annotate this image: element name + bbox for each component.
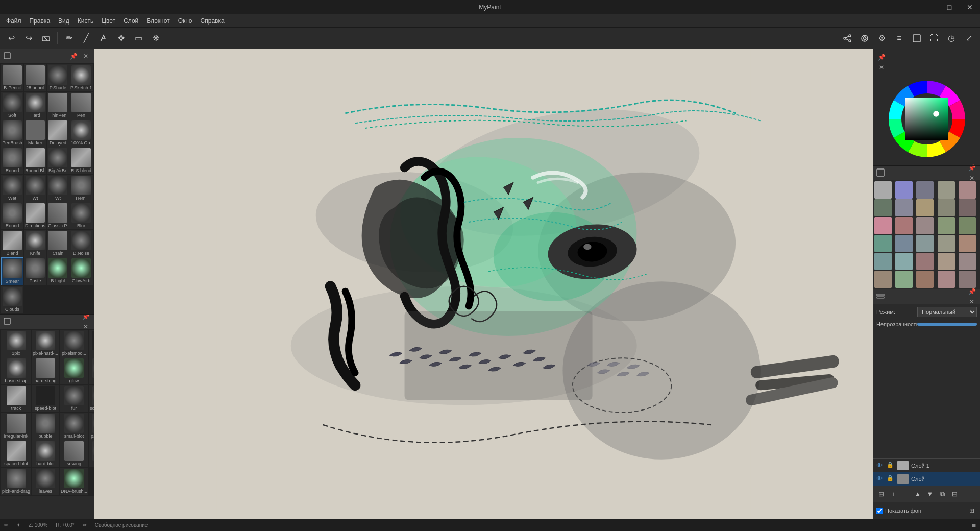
color-panel-pin[interactable]: 📌 [876,52,887,62]
brush-item-hemi[interactable]: Hemi [69,175,93,202]
brush2-item-speedblot[interactable]: speed-blot [32,385,59,412]
brush-item-delayed[interactable]: Delayed [47,119,69,147]
brush2-item-basic[interactable]: basic [89,330,94,357]
brush-item-blur[interactable]: Blur [69,202,93,229]
brush2-item-sewing[interactable]: sewing [60,440,88,467]
brush-item-wet3[interactable]: Wt [47,175,69,202]
brush2-item-pixelhard[interactable]: pixel-hard-... [32,330,59,357]
preset-thumb-1[interactable] [895,181,913,199]
eraser-button[interactable] [38,30,54,46]
preset-thumb-21[interactable] [895,253,913,270]
brush2-item-1pix[interactable]: 1pix [1,330,31,357]
brush-item-round2[interactable]: Round [1,202,23,229]
devices-icon[interactable] [856,30,873,46]
brush-item-penbrush[interactable]: PenBrush [1,119,23,147]
brush2-item-pixelsmoo[interactable]: pixelsmoo... [60,330,88,357]
brush-item-soft[interactable]: Soft [1,92,23,119]
brush-item-classicp[interactable]: Classic P. [47,202,69,229]
preset-thumb-22[interactable] [916,253,934,270]
menu-item-окно[interactable]: Окно [174,16,197,26]
layer-merge-button[interactable]: ⊞ [875,489,887,500]
preset-thumb-11[interactable] [895,217,913,234]
brush-item-pen[interactable]: Pen [69,92,93,119]
menu-item-блокнот[interactable]: Блокнот [142,16,174,26]
panel-pin-button[interactable]: 📌 [68,51,79,61]
menu-item-файл[interactable]: Файл [2,16,26,26]
preset-thumb-3[interactable] [938,181,955,199]
canvas-area[interactable] [94,49,873,519]
color-wheel-wrapper[interactable] [884,76,970,162]
transform-button[interactable]: ❋ [148,30,164,46]
menu-item-справка[interactable]: Справка [197,16,229,26]
line-tool-button[interactable]: ╱ [78,30,94,46]
preset-thumb-6[interactable] [895,199,913,216]
layer-lock-0[interactable]: 🔒 [887,475,895,483]
brush2-item-basicstrap[interactable]: basic-strap [1,357,31,384]
menu-item-цвет[interactable]: Цвет [97,16,119,26]
preset-thumb-18[interactable] [938,235,955,252]
brush2-item-softirregular[interactable]: soft-irregu... [89,385,94,412]
layer-item-1[interactable]: 👁 🔒 Слой 1 [873,459,980,472]
panel2-pin-button[interactable]: 📌 [81,315,91,322]
clock-icon[interactable]: ◷ [943,30,960,46]
preset-thumb-25[interactable] [874,271,892,288]
layers-toggle-icon[interactable]: ≡ [891,30,908,46]
color-wheel-svg[interactable] [884,76,970,162]
preset-thumb-26[interactable] [895,271,913,288]
preset-thumb-13[interactable] [938,217,955,234]
brush2-item-fur[interactable]: fur [60,385,88,412]
preset-thumb-9[interactable] [959,199,976,216]
brush-item-rsblend[interactable]: R-S blend [69,147,93,174]
menu-item-кисть[interactable]: Кисть [74,16,97,26]
show-background-checkbox[interactable] [876,508,883,514]
brush-item-28pencil[interactable]: 28 pencil [24,64,46,91]
menu-item-слой[interactable]: Слой [119,16,142,26]
layer-mode-select[interactable]: Нормальный [917,307,977,317]
preset-thumb-15[interactable] [874,235,892,252]
brush2-item-particles[interactable]: particles-... [89,413,94,440]
preset-thumb-20[interactable] [874,253,892,270]
brush2-item-pickdrag[interactable]: pick-and-drag [1,468,31,495]
brush-item-bigairb[interactable]: Big AirBr. [47,147,69,174]
color-panel-close[interactable]: ✕ [876,62,887,73]
brush-item-glowairb[interactable]: GlowAirb [69,257,93,285]
preset-thumb-4[interactable] [959,181,976,199]
brush-item-p-sketch[interactable]: P.Sketch 1 [69,64,93,91]
brush-item-paste[interactable]: Paste [24,257,46,285]
bg-options-button[interactable]: ⊞ [967,505,977,516]
color-wheel-container[interactable] [876,76,977,162]
brush-item-round[interactable]: Round [1,147,23,174]
fullscreen-icon[interactable]: ⛶ [926,30,942,46]
brush2-item-spacedblot[interactable]: spaced-blot [1,440,31,467]
brush-item-dnoise[interactable]: D.Noise [69,230,93,257]
layer-merge-down-button[interactable]: ⊟ [949,489,960,500]
redo-button[interactable]: ↪ [20,30,37,46]
menu-item-правка[interactable]: Правка [26,16,55,26]
brush2-item-hardblot[interactable]: hard-blot [32,440,59,467]
brush-item-clouds[interactable]: Clouds [1,286,23,313]
brush2-item-glow[interactable]: glow [60,357,88,384]
floodfill-button[interactable] [95,30,112,46]
layer-copy-button[interactable]: ⧉ [937,489,948,500]
brush-item-hard[interactable]: Hard [24,92,46,119]
brush2-item-bubble[interactable]: bubble [32,413,59,440]
bg-toggle-icon[interactable] [909,30,925,46]
brush-item-thinpen[interactable]: ThinPen [47,92,69,119]
close-button[interactable]: ✕ [960,0,980,14]
layer-add-button[interactable]: + [888,489,899,500]
brush-item-roundbl[interactable]: Round Bl. [24,147,46,174]
preset-thumb-24[interactable] [959,253,976,270]
brush-item-direction[interactable]: Directions [24,202,46,229]
brush2-item-leaves[interactable]: leaves [32,468,59,495]
brush-item-wet[interactable]: Wet [1,175,23,202]
minimize-button[interactable]: — [919,0,939,14]
brush2-item-clouds2[interactable]: clouds [89,440,94,467]
preset-thumb-23[interactable] [938,253,955,270]
undo-button[interactable]: ↩ [3,30,19,46]
preset-thumb-12[interactable] [916,217,934,234]
preset-thumb-19[interactable] [959,235,976,252]
layer-move-up-button[interactable]: ▲ [912,489,923,500]
brush2-item-track[interactable]: track [1,385,31,412]
opacity-slider[interactable] [917,323,977,326]
brush2-item-smallblot[interactable]: small-blot [60,413,88,440]
